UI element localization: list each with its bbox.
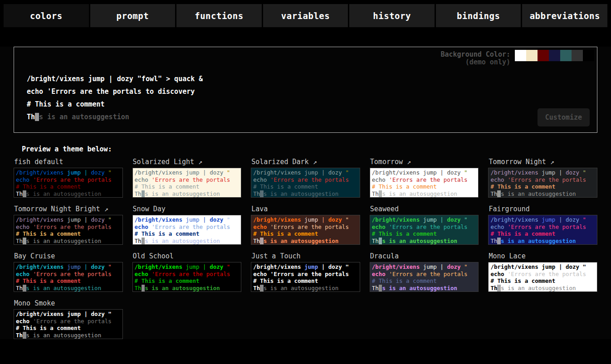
background-swatch-0[interactable] (515, 50, 526, 61)
theme-card-tomorrow-night[interactable]: Tomorrow Night ↗/bright/vixens jump | do… (488, 155, 597, 198)
token-operator: | (322, 169, 328, 176)
terminal-line: echo 'Errors are the portals (16, 223, 121, 231)
terminal-line: # This is a comment (490, 277, 595, 285)
token-autosuggestion: s is an autosuggestion (39, 113, 129, 121)
background-swatch-3[interactable] (549, 50, 560, 61)
terminal-line: This is an autosuggestion (135, 238, 240, 245)
theme-preview: /bright/vixens jump | dozy "echo 'Errors… (251, 262, 360, 292)
background-swatch-2[interactable] (538, 50, 549, 61)
token-command: /bright/vixens (253, 216, 301, 223)
theme-title: Fairground (488, 202, 597, 215)
tab-variables[interactable]: variables (263, 4, 348, 27)
tab-prompt[interactable]: prompt (90, 4, 176, 27)
theme-card-dracula[interactable]: Dracula/bright/vixens jump | dozy "echo … (370, 249, 479, 292)
terminal-line: /bright/vixens jump | dozy " (16, 263, 121, 271)
terminal-line: This is an autosuggestion (490, 238, 595, 245)
background-swatch-1[interactable] (526, 50, 538, 61)
theme-card-lava[interactable]: Lava/bright/vixens jump | dozy "echo 'Er… (251, 202, 360, 245)
theme-preview: /bright/vixens jump | dozy "echo 'Errors… (251, 215, 360, 245)
terminal-line: echo 'Errors are the portals (490, 223, 595, 231)
theme-title: Tomorrow Night ↗ (488, 155, 597, 168)
cursor-block: i (260, 190, 264, 197)
theme-card-mono-lace[interactable]: Mono Lace/bright/vixens jump | dozy "ech… (488, 249, 597, 292)
cursor-block: i (35, 113, 39, 121)
theme-preview: /bright/vixens jump | dozy "echo 'Errors… (14, 262, 123, 292)
token-operator: | (203, 216, 210, 223)
token-operator: | (203, 263, 210, 270)
background-swatch-6[interactable] (583, 50, 594, 61)
theme-title: Just a Touch (251, 249, 360, 262)
theme-card-mono-smoke[interactable]: Mono Smoke/bright/vixens jump | dozy "ec… (14, 296, 123, 339)
token-error: 'Errors are the portals (389, 223, 467, 230)
terminal-line: /bright/vixens jump | dozy " (253, 169, 358, 176)
token-param: jump (301, 169, 322, 176)
token-autosuggestion: s is an autosuggestion (264, 238, 339, 244)
terminal-line: echo 'Errors are the portals (372, 271, 477, 278)
token-error: 'Errors are the portals (270, 271, 349, 277)
terminal-line: echo 'Errors are the portals (135, 176, 240, 184)
terminal-line: # This is a comment (490, 230, 595, 238)
theme-card-bay-cruise[interactable]: Bay Cruise/bright/vixens jump | dozy "ec… (14, 249, 123, 292)
theme-card-tomorrow-night-bright[interactable]: Tomorrow Night Bright ↗/bright/vixens ju… (14, 202, 123, 245)
demo-terminal-text: /bright/vixens jump | dozy "fowl" > quac… (27, 73, 203, 123)
theme-card-fish-default[interactable]: fish default/bright/vixens jump | dozy "… (14, 155, 123, 198)
theme-card-solarized-light[interactable]: Solarized Light ↗/bright/vixens jump | d… (132, 155, 242, 198)
cursor-block: i (23, 190, 26, 197)
token-command: echo (490, 223, 508, 230)
customize-button[interactable]: Customize (538, 108, 590, 126)
theme-title: Old School (132, 249, 242, 262)
terminal-line: echo 'Errors are the portals (372, 223, 477, 231)
token-fg: Th (16, 238, 23, 244)
theme-card-fairground[interactable]: Fairground/bright/vixens jump | dozy "ec… (488, 202, 597, 245)
terminal-line: # This is a comment (490, 183, 595, 190)
theme-preview: /bright/vixens jump | dozy "echo 'Errors… (251, 168, 360, 198)
theme-card-solarized-dark[interactable]: Solarized Dark ↗/bright/vixens jump | do… (251, 155, 360, 198)
theme-card-seaweed[interactable]: Seaweed/bright/vixens jump | dozy "echo … (370, 202, 479, 245)
token-command: echo (253, 223, 270, 230)
token-fg: /bright/vixens jump | dozy "fowl" > quac… (27, 75, 203, 83)
token-command: echo (372, 176, 389, 183)
terminal-line: This is an autosuggestion (253, 285, 358, 292)
terminal-line: This is an autosuggestion (372, 190, 477, 198)
token-quote: " (227, 169, 230, 176)
token-comment: # This is a comment (16, 277, 81, 284)
token-fg: Th (16, 285, 23, 291)
theme-preview: /bright/vixens jump | dozy "echo 'Errors… (132, 215, 242, 245)
theme-card-snow-day[interactable]: Snow Day/bright/vixens jump | dozy "echo… (132, 202, 242, 245)
token-autosuggestion: s is an autosuggestion (382, 285, 457, 291)
theme-title: Lava (251, 202, 360, 215)
tab-history[interactable]: history (349, 4, 435, 27)
token-autosuggestion: s is an autosuggestion (501, 285, 576, 291)
theme-card-just-a-touch[interactable]: Just a Touch/bright/vixens jump | dozy "… (251, 249, 360, 292)
theme-grid: fish default/bright/vixens jump | dozy "… (14, 155, 597, 339)
token-param: jump (182, 263, 203, 270)
tab-colors[interactable]: colors (4, 4, 89, 27)
token-param: jump (64, 311, 84, 317)
terminal-line: echo 'Errors are the portals (16, 318, 121, 325)
theme-card-old-school[interactable]: Old School/bright/vixens jump | dozy "ec… (132, 249, 242, 292)
tab-bindings[interactable]: bindings (436, 4, 521, 27)
token-command: echo (135, 271, 152, 277)
tab-abbreviations[interactable]: abbreviations (522, 4, 607, 27)
theme-title: Solarized Dark ↗ (251, 155, 360, 168)
token-command: /bright/vixens (372, 169, 420, 176)
terminal-line: /bright/vixens jump | dozy " (16, 216, 121, 223)
token-command: /bright/vixens (135, 263, 182, 270)
token-operator: | (559, 263, 566, 270)
theme-title: fish default (14, 155, 123, 168)
terminal-line: echo 'Errors are the portals (16, 176, 121, 184)
theme-preview: /bright/vixens jump | dozy "echo 'Errors… (370, 168, 479, 198)
background-swatch-5[interactable] (572, 50, 583, 61)
background-swatch-4[interactable] (560, 50, 572, 61)
token-autosuggestion: s is an autosuggestion (145, 190, 220, 197)
token-param: jump (538, 263, 559, 270)
token-command: /bright/vixens (372, 216, 420, 223)
theme-card-tomorrow[interactable]: Tomorrow ↗/bright/vixens jump | dozy "ec… (370, 155, 479, 198)
token-command: dozy (447, 216, 464, 223)
token-autosuggestion: s is an autosuggestion (26, 332, 102, 339)
terminal-line: /bright/vixens jump | dozy " (135, 216, 240, 223)
theme-title: Tomorrow ↗ (370, 155, 479, 168)
tab-functions[interactable]: functions (176, 4, 262, 27)
terminal-line: /bright/vixens jump | dozy " (490, 216, 595, 223)
token-command: /bright/vixens (490, 169, 538, 176)
